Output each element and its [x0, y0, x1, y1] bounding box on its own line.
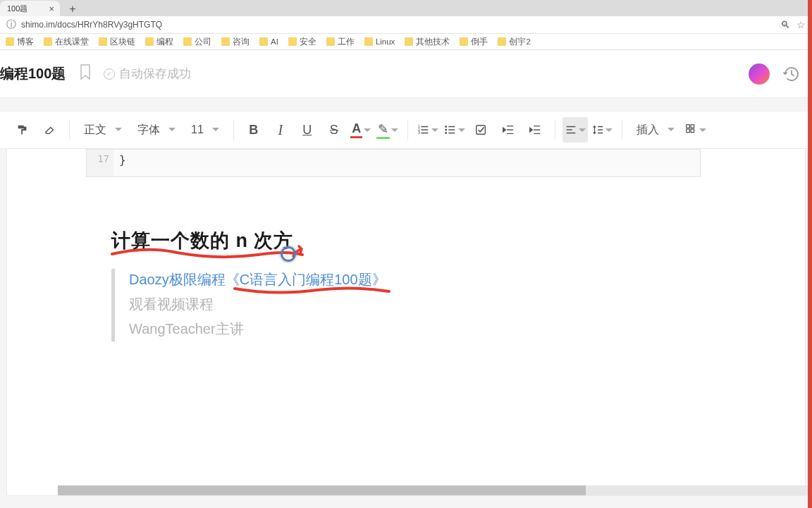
folder-icon — [498, 37, 506, 46]
bookmark-item[interactable]: 区块链 — [99, 37, 135, 47]
bookmark-item[interactable]: AI — [259, 37, 278, 46]
doc-title[interactable]: 编程100题 — [0, 64, 66, 83]
window-edge-indicator — [808, 0, 812, 508]
editor-toolbar: 正文 字体 11 B I U S A ✎ 123 插入 — [0, 111, 812, 149]
svg-rect-7 — [687, 125, 690, 128]
bookmark-item[interactable]: 编程 — [145, 37, 173, 47]
svg-point-4 — [445, 129, 447, 131]
scrollbar-thumb[interactable] — [58, 485, 586, 495]
svg-rect-8 — [691, 125, 694, 128]
document-canvas[interactable]: 17 } 计算一个数的 n 次方 Daozy极限编程《C语言入门编程100题》 … — [0, 149, 812, 495]
new-tab-button[interactable]: + — [64, 2, 81, 16]
doc-header: 编程100题 ✓ 自动保存成功 — [0, 50, 812, 98]
ordered-list-button[interactable]: 123 — [415, 117, 441, 143]
folder-icon — [44, 37, 52, 46]
browser-tab[interactable]: 100题 × — [0, 1, 60, 16]
site-info-icon[interactable]: ⓘ — [6, 18, 17, 31]
browser-tab-strip: 100题 × + — [0, 0, 812, 16]
quote-block[interactable]: Daozy极限编程《C语言入门编程100题》 观看视频课程 WangTeache… — [111, 269, 386, 341]
folder-icon — [221, 37, 230, 46]
folder-icon — [405, 37, 413, 46]
bookmark-item[interactable]: 在线课堂 — [44, 37, 89, 47]
bookmark-item[interactable]: 倒手 — [460, 37, 488, 47]
text-color-button[interactable]: A — [348, 117, 374, 143]
svg-point-3 — [445, 126, 447, 128]
svg-rect-9 — [687, 129, 690, 133]
check-circle-icon: ✓ — [104, 68, 115, 80]
bookmark-item[interactable]: 创宇2 — [498, 37, 530, 47]
bookmark-star-icon[interactable]: ☆ — [795, 19, 806, 30]
avatar[interactable] — [749, 64, 770, 85]
bookmark-item[interactable]: 公司 — [183, 37, 211, 47]
tab-title: 100题 — [7, 4, 27, 14]
horizontal-scrollbar[interactable] — [58, 485, 812, 495]
folder-icon — [288, 37, 297, 46]
code-text[interactable]: } — [113, 150, 133, 176]
bookmark-item[interactable]: Linux — [364, 37, 395, 46]
svg-text:3: 3 — [418, 131, 420, 135]
folder-icon — [99, 37, 107, 46]
url-field[interactable]: shimo.im/docs/HRrYh8RVy3gHTGTQ — [21, 20, 775, 30]
underline-button[interactable]: U — [295, 117, 320, 143]
folder-icon — [326, 37, 335, 46]
quote-text: WangTeacher主讲 — [129, 320, 386, 339]
checklist-button[interactable] — [469, 117, 494, 143]
folder-icon — [364, 37, 373, 46]
bookmark-item[interactable]: 安全 — [288, 37, 316, 47]
search-page-icon[interactable]: 🔍︎ — [780, 19, 791, 30]
code-block[interactable]: 17 } — [86, 149, 701, 177]
outdent-button[interactable] — [496, 117, 521, 143]
font-family-select[interactable]: 字体 — [130, 117, 183, 143]
folder-icon — [145, 37, 154, 46]
line-spacing-button[interactable] — [589, 117, 615, 143]
section-heading[interactable]: 计算一个数的 n 次方 — [111, 228, 294, 253]
paragraph-style-select[interactable]: 正文 — [77, 117, 129, 143]
bookmark-ribbon-icon[interactable] — [80, 64, 91, 83]
save-status: ✓ 自动保存成功 — [104, 66, 191, 82]
bold-button[interactable]: B — [241, 117, 266, 143]
svg-point-5 — [445, 132, 447, 134]
code-line-number: 17 — [87, 150, 113, 176]
insert-menu[interactable]: 插入 — [629, 117, 682, 143]
apps-grid-button[interactable] — [683, 117, 708, 143]
unordered-list-button[interactable] — [442, 117, 467, 143]
folder-icon — [460, 37, 468, 46]
toolbar-container: 正文 字体 11 B I U S A ✎ 123 插入 — [0, 98, 812, 149]
eraser-icon[interactable] — [37, 117, 62, 143]
highlight-button[interactable]: ✎ — [375, 117, 400, 143]
folder-icon — [183, 37, 192, 46]
folder-icon — [6, 37, 14, 46]
bookmark-item[interactable]: 其他技术 — [405, 37, 450, 47]
svg-rect-6 — [476, 126, 486, 135]
quote-link[interactable]: Daozy极限编程《C语言入门编程100题》 — [129, 270, 386, 289]
align-button[interactable] — [562, 117, 588, 143]
bookmark-item[interactable]: 博客 — [6, 37, 34, 47]
bookmark-item[interactable]: 工作 — [326, 37, 355, 47]
page[interactable]: 17 } 计算一个数的 n 次方 Daozy极限编程《C语言入门编程100题》 … — [7, 149, 805, 495]
quote-text: 观看视频课程 — [129, 295, 386, 314]
format-painter-icon[interactable] — [10, 117, 35, 143]
svg-rect-10 — [691, 129, 694, 133]
close-icon[interactable]: × — [49, 4, 54, 14]
strike-button[interactable]: S — [321, 117, 347, 143]
indent-button[interactable] — [522, 117, 548, 143]
history-icon[interactable] — [782, 65, 801, 83]
cursor-indicator — [281, 246, 296, 262]
folder-icon — [259, 37, 268, 46]
bookmark-item[interactable]: 咨询 — [221, 37, 250, 47]
bookmarks-bar: 博客 在线课堂 区块链 编程 公司 咨询 AI 安全 工作 Linux 其他技术… — [0, 34, 812, 50]
address-bar: ⓘ shimo.im/docs/HRrYh8RVy3gHTGTQ 🔍︎ ☆ — [0, 16, 812, 34]
italic-button[interactable]: I — [268, 117, 293, 143]
font-size-select[interactable]: 11 — [184, 117, 226, 143]
